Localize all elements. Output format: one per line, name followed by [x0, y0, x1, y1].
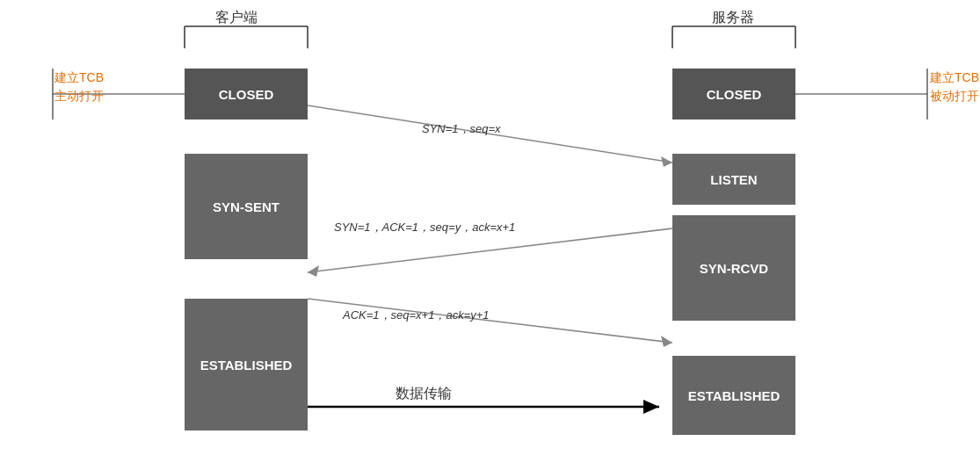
- client-established-box: ESTABLISHED: [185, 299, 308, 430]
- diagram-container: 客户端 服务器 建立TCB 主动打开 建立TCB 被动打开 CLOSED SYN…: [0, 0, 980, 463]
- svg-marker-13: [308, 265, 319, 277]
- data-transfer-label: 数据传输: [396, 385, 452, 403]
- server-closed-box: CLOSED: [672, 69, 795, 119]
- server-listen-box: LISTEN: [672, 154, 795, 205]
- client-closed-box: CLOSED: [185, 69, 308, 119]
- svg-marker-15: [661, 336, 672, 347]
- svg-marker-18: [643, 400, 659, 414]
- arrow3-label: ACK=1，seq=x+1，ack=y+1: [343, 307, 490, 323]
- server-established-box: ESTABLISHED: [672, 356, 795, 435]
- right-note: 建立TCB 被动打开: [930, 69, 979, 105]
- client-syn-sent-box: SYN-SENT: [185, 154, 308, 259]
- svg-marker-11: [661, 156, 672, 167]
- left-note: 建立TCB 主动打开: [54, 69, 104, 105]
- arrow1-label: SYN=1，seq=x: [422, 121, 501, 137]
- arrow2-label: SYN=1，ACK=1，seq=y，ack=x+1: [334, 220, 515, 235]
- server-label: 服务器: [712, 9, 754, 27]
- server-syn-rcvd-box: SYN-RCVD: [672, 215, 795, 321]
- client-label: 客户端: [215, 9, 258, 27]
